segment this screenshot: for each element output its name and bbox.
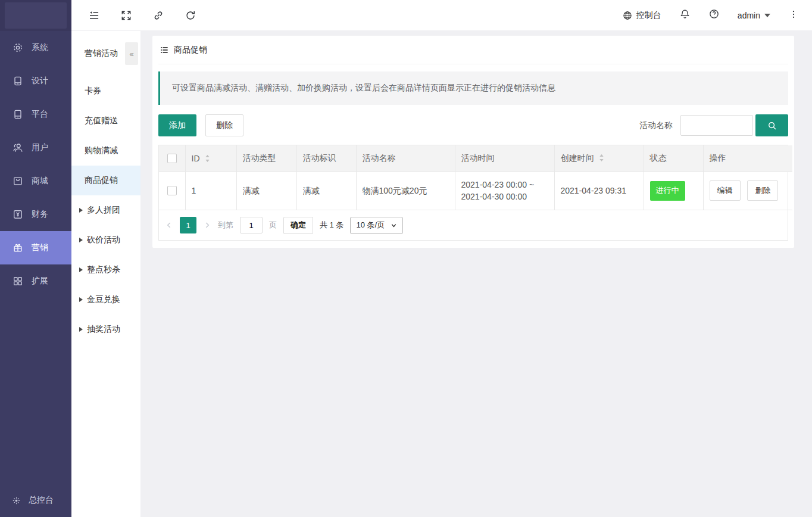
page-size-select[interactable]: 10 条/页 <box>350 217 403 234</box>
collapse-menu-icon[interactable] <box>88 10 100 21</box>
page-unit-label: 页 <box>269 220 277 231</box>
submenu-item-label: 购物满减 <box>85 145 118 156</box>
sidebar-item-system[interactable]: 系统 <box>0 31 71 64</box>
sort-icon[interactable] <box>204 154 211 163</box>
link-icon[interactable] <box>152 10 164 21</box>
globe-icon <box>622 10 633 21</box>
confirm-button[interactable]: 确定 <box>283 217 313 234</box>
triangle-right-icon <box>79 238 83 242</box>
info-banner: 可设置商品满减活动、满赠活动、加价换购活动，设置后会在商品详情页面显示正在进行的… <box>158 71 788 105</box>
promotion-card: 商品促销 可设置商品满减活动、满赠活动、加价换购活动，设置后会在商品详情页面显示… <box>152 36 794 248</box>
total-count-label: 共 1 条 <box>320 220 343 231</box>
sidebar-item-platform[interactable]: 平台 <box>0 98 71 131</box>
goto-page-input[interactable] <box>240 217 263 233</box>
cell-tag: 满减 <box>296 172 356 210</box>
cell-status: 进行中 <box>644 172 703 210</box>
secondary-sidebar: 营销活动 « 卡券 充值赠送 购物满减 商品促销 多人拼团 砍价活动 整点秒杀 … <box>71 31 140 517</box>
grid-icon <box>12 275 24 287</box>
sidebar-item-console[interactable]: 总控台 <box>0 484 71 517</box>
submenu-item-label: 整点秒杀 <box>87 264 120 275</box>
delete-button[interactable]: 删除 <box>205 114 243 136</box>
logo-image <box>5 2 67 29</box>
table-header-row: ID 活动类型 活动标识 活动名称 活动时间 创建时间 状态 操作 <box>159 145 792 172</box>
sidebar-item-label: 总控台 <box>29 495 54 506</box>
row-delete-button[interactable]: 删除 <box>747 180 778 201</box>
triangle-right-icon <box>79 208 83 213</box>
chevron-down-icon <box>391 222 397 229</box>
page-number-button[interactable]: 1 <box>180 217 196 233</box>
submenu-item-flash-sale[interactable]: 整点秒杀 <box>71 255 140 285</box>
chevron-down-icon <box>764 14 770 17</box>
search-input[interactable] <box>680 115 753 136</box>
fullscreen-icon[interactable] <box>120 10 132 21</box>
goto-label: 到第 <box>218 220 233 231</box>
add-button[interactable]: 添加 <box>158 114 196 136</box>
column-header-time: 活动时间 <box>455 145 554 172</box>
console-label: 控制台 <box>636 10 661 21</box>
help-button[interactable] <box>708 8 720 22</box>
prev-page-button[interactable] <box>165 221 173 229</box>
column-header-id: ID <box>185 145 236 172</box>
card-header: 商品促销 <box>158 36 788 64</box>
submenu-item-group-buy[interactable]: 多人拼团 <box>71 195 140 225</box>
select-all-checkbox[interactable] <box>167 154 177 163</box>
user-menu[interactable]: admin <box>738 11 770 20</box>
triangle-right-icon <box>79 267 83 272</box>
column-header-status: 状态 <box>644 145 703 172</box>
submenu-item-shopping-discount[interactable]: 购物满减 <box>71 136 140 166</box>
sidebar-footer: 总控台 <box>0 484 71 517</box>
notification-button[interactable] <box>679 8 691 22</box>
page-title: 商品促销 <box>174 45 207 55</box>
submenu-item-recharge-gift[interactable]: 充值赠送 <box>71 106 140 136</box>
sidebar-item-label: 营销 <box>32 242 48 253</box>
submenu-item-label: 商品促销 <box>85 175 118 186</box>
triangle-right-icon <box>79 327 83 332</box>
console-link[interactable]: 控制台 <box>622 10 661 21</box>
search-button[interactable] <box>755 114 788 136</box>
platform-tablet-icon <box>12 108 24 120</box>
column-header-type: 活动类型 <box>236 145 296 172</box>
app-root: 系统 设计 平台 用户 商城 财务 营销 扩展 <box>0 0 812 517</box>
page-size-value: 10 条/页 <box>356 220 385 231</box>
sidebar-item-label: 扩展 <box>32 276 48 286</box>
users-icon <box>12 142 24 154</box>
column-header-actions: 操作 <box>703 145 792 172</box>
submenu-item-lottery[interactable]: 抽奖活动 <box>71 314 140 344</box>
sidebar-item-extension[interactable]: 扩展 <box>0 264 71 298</box>
pagination: 1 到第 页 确定 共 1 条 10 条/页 <box>159 210 788 240</box>
column-label: 状态 <box>650 153 667 163</box>
sidebar-item-users[interactable]: 用户 <box>0 131 71 164</box>
table-container: ID 活动类型 活动标识 活动名称 活动时间 创建时间 状态 操作 <box>158 145 788 241</box>
sidebar-item-label: 平台 <box>32 109 48 120</box>
column-label: 活动名称 <box>363 153 396 163</box>
cell-time: 2021-04-23 00:00 ~ 2021-04-30 00:00 <box>455 172 554 210</box>
collapse-submenu-button[interactable]: « <box>125 42 138 65</box>
more-menu-button[interactable] <box>788 9 799 22</box>
right-column: 控制台 admin 营销活 <box>71 0 812 517</box>
column-label: 活动时间 <box>461 153 495 163</box>
submenu-item-label: 砍价活动 <box>87 235 120 245</box>
sidebar-item-finance[interactable]: 财务 <box>0 198 71 231</box>
column-label: ID <box>192 154 200 163</box>
sidebar-item-mall[interactable]: 商城 <box>0 164 71 198</box>
sidebar-item-design[interactable]: 设计 <box>0 64 71 98</box>
edit-button[interactable]: 编辑 <box>710 180 741 201</box>
submenu-item-bean-exchange[interactable]: 金豆兑换 <box>71 285 140 314</box>
search-label: 活动名称 <box>639 120 673 131</box>
sort-icon[interactable] <box>598 153 605 163</box>
toolbar: 添加 删除 活动名称 <box>158 114 788 136</box>
column-header-tag: 活动标识 <box>296 145 356 172</box>
gear-icon <box>12 496 21 505</box>
column-header-created: 创建时间 <box>554 145 644 172</box>
topbar-right: 控制台 admin <box>622 8 799 22</box>
refresh-icon[interactable] <box>185 10 196 21</box>
sidebar-item-marketing[interactable]: 营销 <box>0 231 71 264</box>
next-page-button[interactable] <box>203 221 211 229</box>
submenu-item-coupon[interactable]: 卡券 <box>71 76 140 106</box>
submenu-item-label: 金豆兑换 <box>87 294 120 305</box>
row-checkbox[interactable] <box>167 186 177 195</box>
submenu-item-product-promotion[interactable]: 商品促销 <box>71 166 140 195</box>
submenu-item-bargain[interactable]: 砍价活动 <box>71 225 140 255</box>
column-label: 活动类型 <box>243 153 276 163</box>
logo-area <box>0 0 71 31</box>
